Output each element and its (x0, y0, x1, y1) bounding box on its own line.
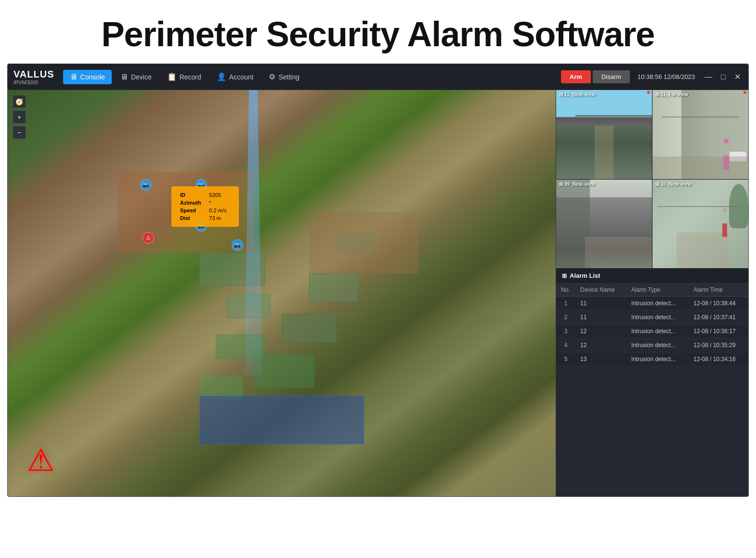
alarm-no: 3 (556, 324, 575, 338)
nav-record-label: Record (180, 73, 201, 81)
setting-icon: ⚙ (269, 72, 275, 81)
alarm-table-row[interactable]: 1 11 Intrusion detect... 12-08 / 10:38:4… (556, 297, 748, 311)
col-time: Alarm Time (689, 284, 748, 297)
datetime-display: 10:38:56 12/08/2023 (638, 73, 695, 80)
alarm-type: Intrusion detect... (626, 338, 689, 352)
map-area[interactable]: 🧭 + − ID 5205 Azimuth * Speed (8, 90, 556, 497)
alarm-type: Intrusion detect... (626, 311, 689, 324)
nav-console[interactable]: 🖥 Console (63, 70, 112, 84)
alarm-device: 11 (575, 311, 626, 324)
cam1-active-indicator (647, 91, 650, 94)
zoom-out-button[interactable]: − (13, 126, 26, 139)
cam2-active-indicator (743, 91, 746, 94)
compass-button[interactable]: 🧭 (13, 95, 26, 108)
map-icon-cam4[interactable]: 📷 (232, 239, 243, 251)
account-icon: 👤 (217, 72, 226, 81)
speed-value: 0.2 m/s (208, 207, 232, 214)
alarm-list-title: Alarm List (570, 272, 600, 279)
minimize-button[interactable]: — (703, 72, 714, 82)
main-content: 🧭 + − ID 5205 Azimuth * Speed (8, 90, 748, 497)
nav-items: 🖥 Console 🖥 Device 📋 Record 👤 Account ⚙ … (63, 69, 561, 84)
camera-feed-2[interactable]: 11_Far-view (652, 90, 748, 179)
map-satellite-bg (8, 90, 556, 497)
alarm-table-header-row: No. Device Name Alarm Type Alarm Time (556, 284, 748, 297)
alarm-device: 12 (575, 324, 626, 338)
col-device: Device Name (575, 284, 626, 297)
logo-text: VALLUS (13, 69, 54, 79)
disarm-button[interactable]: Disarm (593, 70, 630, 83)
alarm-table-row[interactable]: 5 13 Intrusion detect... 12-08 / 10:34:1… (556, 352, 748, 366)
map-icon-alert1[interactable]: ⚠ (143, 232, 154, 244)
alarm-table-row[interactable]: 3 12 Intrusion detect... 12-08 / 10:36:1… (556, 324, 748, 338)
alarm-device: 11 (575, 297, 626, 311)
window-controls: — □ ✕ (703, 71, 743, 82)
nav-setting[interactable]: ⚙ Setting (262, 69, 306, 84)
id-value: 5205 (208, 192, 232, 198)
alarm-device: 13 (575, 352, 626, 366)
page-title-area: Perimeter Security Alarm Software (0, 0, 756, 64)
topbar: VALLUS iRVM3000 🖥 Console 🖥 Device 📋 Rec… (8, 64, 748, 90)
arm-disarm-controls: Arm Disarm (561, 70, 630, 83)
azimuth-value: * (208, 199, 232, 206)
nav-account-label: Account (229, 73, 254, 81)
maximize-button[interactable]: □ (719, 72, 728, 82)
alarm-time: 12-08 / 10:36:17 (689, 324, 748, 338)
alarm-time: 12-08 / 10:38:44 (689, 297, 748, 311)
cam4-label: 16_Near-view (655, 182, 691, 187)
camera-feed-1[interactable]: 11_Near-view (556, 90, 652, 179)
alarm-no: 5 (556, 352, 575, 366)
map-controls: 🧭 + − (13, 95, 26, 139)
azimuth-label: Azimuth (179, 199, 207, 206)
alarm-time: 12-08 / 10:37:41 (689, 311, 748, 324)
alarm-table: No. Device Name Alarm Type Alarm Time 1 … (556, 284, 748, 366)
record-icon: 📋 (167, 72, 177, 81)
alarm-no: 2 (556, 311, 575, 324)
alarm-type: Intrusion detect... (626, 297, 689, 311)
console-icon: 🖥 (70, 73, 78, 81)
logo-area: VALLUS iRVM3000 (13, 69, 54, 85)
arm-button[interactable]: Arm (561, 70, 591, 83)
alarm-type: Intrusion detect... (626, 352, 689, 366)
device-icon: 🖥 (120, 73, 128, 81)
map-icon-cam1[interactable]: 📷 (140, 179, 152, 191)
speed-label: Speed (179, 207, 207, 214)
dist-label: Dist (179, 215, 207, 221)
cam2-label: 11_Far-view (655, 92, 688, 97)
detection-popup: ID 5205 Azimuth * Speed 0.2 m/s Dist 73 … (171, 186, 239, 227)
alarm-no: 4 (556, 338, 575, 352)
cam3-label: 99_Near-view (559, 182, 595, 187)
alarm-list: Alarm List No. Device Name Alarm Type Al… (556, 268, 748, 497)
nav-device[interactable]: 🖥 Device (114, 70, 158, 84)
alarm-table-row[interactable]: 4 12 Intrusion detect... 12-08 / 10:35:2… (556, 338, 748, 352)
alarm-time: 12-08 / 10:34:16 (689, 352, 748, 366)
alarm-table-row[interactable]: 2 11 Intrusion detect... 12-08 / 10:37:4… (556, 311, 748, 324)
camera-feed-3[interactable]: 99_Near-view (556, 180, 652, 269)
alarm-type: Intrusion detect... (626, 324, 689, 338)
right-panel: 11_Near-view 11_Far-view (556, 90, 748, 497)
dist-value: 73 m (208, 215, 232, 221)
col-no: No. (556, 284, 575, 297)
alarm-no: 1 (556, 297, 575, 311)
id-label: ID (179, 192, 207, 198)
alarm-device: 12 (575, 338, 626, 352)
camera-feed-4[interactable]: 16_Near-view (652, 180, 748, 269)
cam1-label: 11_Near-view (559, 92, 595, 97)
nav-console-label: Console (80, 73, 105, 81)
alarm-time: 12-08 / 10:35:29 (689, 338, 748, 352)
zoom-in-button[interactable]: + (13, 110, 26, 124)
logo-subtext: iRVM3000 (13, 79, 54, 85)
alarm-list-header: Alarm List (556, 268, 748, 284)
nav-account[interactable]: 👤 Account (210, 69, 261, 84)
nav-setting-label: Setting (278, 73, 300, 81)
alert-warning-icon: ⚠ (27, 442, 54, 478)
close-button[interactable]: ✕ (732, 71, 743, 82)
camera-grid: 11_Near-view 11_Far-view (556, 90, 748, 268)
app-window: VALLUS iRVM3000 🖥 Console 🖥 Device 📋 Rec… (7, 64, 749, 497)
nav-device-label: Device (131, 73, 152, 81)
col-type: Alarm Type (626, 284, 689, 297)
nav-record[interactable]: 📋 Record (160, 69, 208, 84)
page-title: Perimeter Security Alarm Software (0, 14, 756, 54)
